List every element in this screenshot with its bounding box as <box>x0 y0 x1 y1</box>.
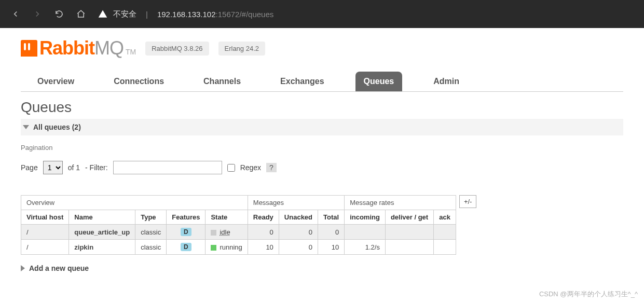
cell-ready: 0 <box>248 225 279 240</box>
col-header[interactable]: Type <box>135 210 167 225</box>
cell-total: 10 <box>318 240 345 255</box>
section-title: All queues (2) <box>33 123 81 131</box>
url-path: :15672/#/queues <box>216 10 274 19</box>
cell-name[interactable]: queue_article_up <box>69 225 135 240</box>
main-tabs: OverviewConnectionsChannelsExchangesQueu… <box>21 72 623 92</box>
cell-type: classic <box>135 240 167 255</box>
queues-table: Overview Messages Message rates Virtual … <box>21 195 456 255</box>
state-dot-icon <box>211 230 216 236</box>
durable-badge: D <box>181 228 191 236</box>
col-group-messages: Messages <box>248 196 344 210</box>
rabbitmq-icon <box>21 40 37 57</box>
col-header[interactable]: Total <box>318 210 345 225</box>
col-header[interactable]: Ready <box>248 210 279 225</box>
logo-tm: TM <box>126 48 136 56</box>
pagination-label: Pagination <box>21 144 623 152</box>
col-group-rates: Message rates <box>345 196 456 210</box>
help-icon[interactable]: ? <box>266 163 277 172</box>
table-row: /zipkinclassicDrunning100101.2/s <box>21 240 456 255</box>
url-divider: | <box>146 10 148 19</box>
tab-overview[interactable]: Overview <box>29 72 83 91</box>
of-label: of 1 <box>68 163 80 172</box>
tab-queues[interactable]: Queues <box>355 72 403 91</box>
cell-total: 0 <box>318 225 345 240</box>
col-header[interactable]: State <box>205 210 248 225</box>
cell-deliver <box>385 240 433 255</box>
browser-toolbar: 不安全 | 192.168.133.102:15672/#/queues <box>0 0 644 28</box>
cell-state: idle <box>205 225 248 240</box>
forward-icon[interactable] <box>32 9 43 19</box>
add-queue-toggle[interactable]: Add a new queue <box>21 264 623 272</box>
cell-features: D <box>167 240 205 255</box>
home-icon[interactable] <box>76 9 86 19</box>
durable-badge: D <box>181 243 191 251</box>
logo-text-mq: MQ <box>94 37 124 59</box>
tab-channels[interactable]: Channels <box>195 72 249 91</box>
regex-checkbox[interactable] <box>227 164 235 172</box>
col-header[interactable]: Virtual host <box>21 210 69 225</box>
col-header[interactable]: deliver / get <box>385 210 433 225</box>
page-select[interactable]: 1 <box>43 161 63 174</box>
logo-text-rabbit: Rabbit <box>39 37 94 59</box>
cell-ready: 10 <box>248 240 279 255</box>
col-header[interactable]: ack <box>434 210 456 225</box>
page-label: Page <box>21 163 38 172</box>
cell-unacked: 0 <box>279 225 318 240</box>
cell-ack <box>434 225 456 240</box>
cell-type: classic <box>135 225 167 240</box>
filter-label: - Filter: <box>85 163 108 172</box>
rabbitmq-version-badge: RabbitMQ 3.8.26 <box>145 42 209 56</box>
col-header[interactable]: incoming <box>345 210 386 225</box>
cell-deliver <box>385 225 433 240</box>
cell-name[interactable]: zipkin <box>69 240 135 255</box>
page-title: Queues <box>21 99 623 116</box>
regex-label: Regex <box>240 163 261 172</box>
cell-vhost: / <box>21 240 69 255</box>
erlang-version-badge: Erlang 24.2 <box>218 42 266 56</box>
col-group-overview: Overview <box>21 196 248 210</box>
refresh-icon[interactable] <box>54 9 64 19</box>
cell-state: running <box>205 240 248 255</box>
back-icon[interactable] <box>10 9 21 19</box>
expand-columns-button[interactable]: +/- <box>459 195 477 208</box>
cell-ack <box>434 240 456 255</box>
cell-incoming: 1.2/s <box>345 240 386 255</box>
tab-admin[interactable]: Admin <box>425 72 468 91</box>
filter-input[interactable] <box>113 161 222 174</box>
cell-features: D <box>167 225 205 240</box>
section-all-queues[interactable]: All queues (2) <box>21 119 623 135</box>
pagination-controls: Page 1 of 1 - Filter: Regex ? <box>21 161 623 174</box>
chevron-down-icon[interactable] <box>23 125 29 129</box>
add-queue-label: Add a new queue <box>29 264 89 272</box>
col-header[interactable]: Unacked <box>279 210 318 225</box>
rabbitmq-logo[interactable]: RabbitMQTM <box>21 37 136 59</box>
url-host: 192.168.133.102 <box>157 10 216 19</box>
col-header[interactable]: Features <box>167 210 205 225</box>
cell-incoming <box>345 225 386 240</box>
cell-unacked: 0 <box>279 240 318 255</box>
warning-icon <box>98 9 108 19</box>
table-row: /queue_article_upclassicDidle000 <box>21 225 456 240</box>
insecure-label: 不安全 <box>113 9 136 19</box>
state-dot-icon <box>211 245 216 251</box>
col-header[interactable]: Name <box>69 210 135 225</box>
cell-vhost: / <box>21 225 69 240</box>
address-bar[interactable]: 不安全 | 192.168.133.102:15672/#/queues <box>98 9 634 19</box>
tab-exchanges[interactable]: Exchanges <box>272 72 332 91</box>
chevron-right-icon <box>21 265 25 271</box>
tab-connections[interactable]: Connections <box>105 72 172 91</box>
